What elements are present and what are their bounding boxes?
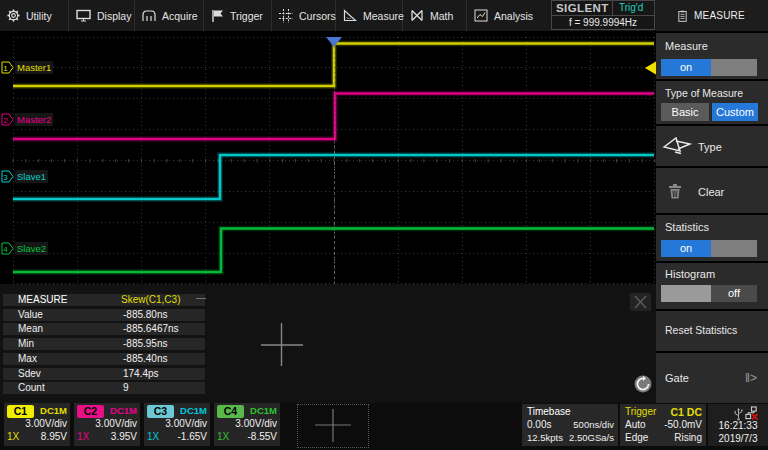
svg-text:3: 3 [3, 173, 8, 182]
svg-text:2: 2 [3, 116, 8, 125]
svg-text:4: 4 [3, 245, 8, 254]
svg-text:1: 1 [3, 64, 8, 73]
